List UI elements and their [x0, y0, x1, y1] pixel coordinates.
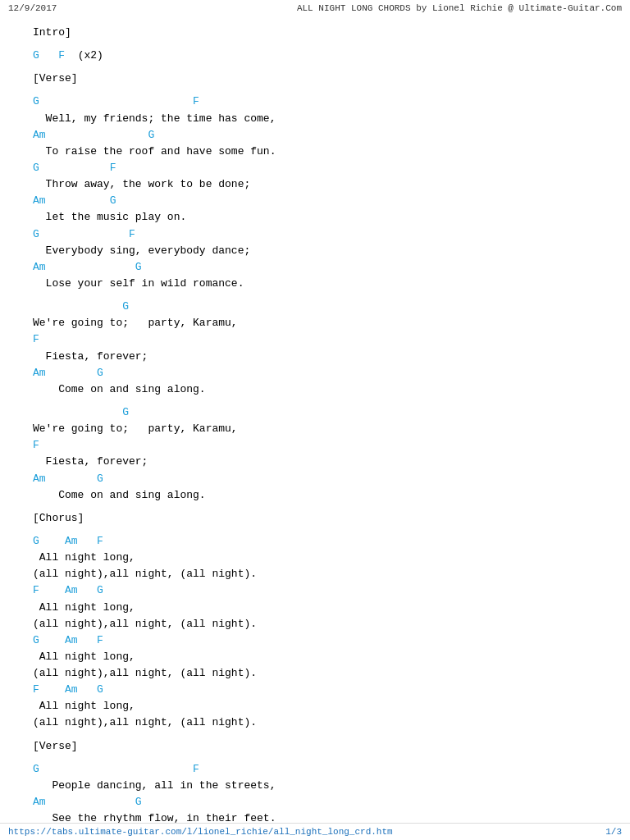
- verse1-line4-lyrics: let the music play on.: [33, 209, 597, 226]
- verse1-line6-chords: Am G: [33, 259, 597, 276]
- bottom-bar: https://tabs.ultimate-guitar.com/l/lione…: [0, 823, 630, 840]
- intro-section: Intro] G F (x2): [33, 25, 597, 64]
- page-title: ALL NIGHT LONG CHORDS by Lionel Richie @…: [297, 3, 622, 13]
- footer-page: 1/3: [605, 827, 622, 837]
- bridge2-line3-chords: Am G: [33, 471, 597, 487]
- chorus-line3-chords: F Am G: [33, 582, 597, 599]
- bridge2-line1-chords: G: [33, 404, 597, 421]
- bridge2-line1-lyrics: We're going to; party, Karamu,: [33, 421, 597, 437]
- bridge1-line3-chords: Am G: [33, 365, 597, 381]
- intro-label: Intro]: [33, 25, 597, 41]
- verse1-line6-lyrics: Lose your self in wild romance.: [33, 276, 597, 292]
- verse1-line3-chords: G F: [33, 160, 597, 176]
- verse1-line1-chords: G F: [33, 94, 597, 110]
- bridge1-line3-lyrics: Come on and sing along.: [33, 381, 597, 398]
- verse1-section: [Verse] G F Well, my friends; the time h…: [33, 71, 597, 292]
- chorus-line5-chords: G Am F: [33, 632, 597, 649]
- top-bar: 12/9/2017 ALL NIGHT LONG CHORDS by Lione…: [0, 0, 630, 16]
- verse1-line2-chords: Am G: [33, 127, 597, 144]
- intro-chords: G F (x2): [33, 48, 597, 64]
- date: 12/9/2017: [8, 3, 57, 13]
- chorus-line8-lyrics: (all night),all night, (all night).: [33, 714, 597, 731]
- verse1-line4-chords: Am G: [33, 193, 597, 209]
- bridge1-line2-chords: F: [33, 331, 597, 348]
- bridge2-section: G We're going to; party, Karamu, F Fiest…: [33, 404, 597, 504]
- verse1-line5-chords: G F: [33, 226, 597, 243]
- verse1-line5-lyrics: Everybody sing, everybody dance;: [33, 243, 597, 259]
- chorus-label: [Chorus]: [33, 510, 597, 527]
- bridge2-line2-lyrics: Fiesta, forever;: [33, 454, 597, 470]
- chorus-line7-chords: F Am G: [33, 682, 597, 698]
- bridge1-line1-lyrics: We're going to; party, Karamu,: [33, 315, 597, 331]
- chorus-line6-lyrics: (all night),all night, (all night).: [33, 665, 597, 682]
- chorus-line5-lyrics: All night long,: [33, 649, 597, 665]
- bridge1-section: G We're going to; party, Karamu, F Fiest…: [33, 299, 597, 398]
- bridge1-line1-chords: G: [33, 299, 597, 315]
- chorus-line1-chords: G Am F: [33, 533, 597, 550]
- bridge2-line3-lyrics: Come on and sing along.: [33, 487, 597, 504]
- verse2-line1-chords: G F: [33, 761, 597, 778]
- verse2-line1-lyrics: People dancing, all in the streets,: [33, 778, 597, 794]
- verse2-line2-chords: Am G: [33, 794, 597, 810]
- verse2-label: [Verse]: [33, 738, 597, 755]
- bridge1-line2-lyrics: Fiesta, forever;: [33, 349, 597, 365]
- verse1-line3-lyrics: Throw away, the work to be done;: [33, 176, 597, 193]
- chorus-line4-lyrics: (all night),all night, (all night).: [33, 616, 597, 632]
- chorus-line3-lyrics: All night long,: [33, 600, 597, 616]
- footer-url[interactable]: https://tabs.ultimate-guitar.com/l/lione…: [8, 827, 393, 837]
- bridge2-line2-chords: F: [33, 437, 597, 454]
- verse1-line2-lyrics: To raise the roof and have some fun.: [33, 144, 597, 160]
- verse1-line1-lyrics: Well, my friends; the time has come,: [33, 111, 597, 127]
- chorus-line7-lyrics: All night long,: [33, 698, 597, 714]
- chorus-section: [Chorus] G Am F All night long, (all nig…: [33, 510, 597, 732]
- content-area: Intro] G F (x2) [Verse] G F Well, my fri…: [0, 16, 630, 840]
- verse1-label: [Verse]: [33, 71, 597, 87]
- chorus-line2-lyrics: (all night),all night, (all night).: [33, 566, 597, 582]
- chorus-line1-lyrics: All night long,: [33, 550, 597, 566]
